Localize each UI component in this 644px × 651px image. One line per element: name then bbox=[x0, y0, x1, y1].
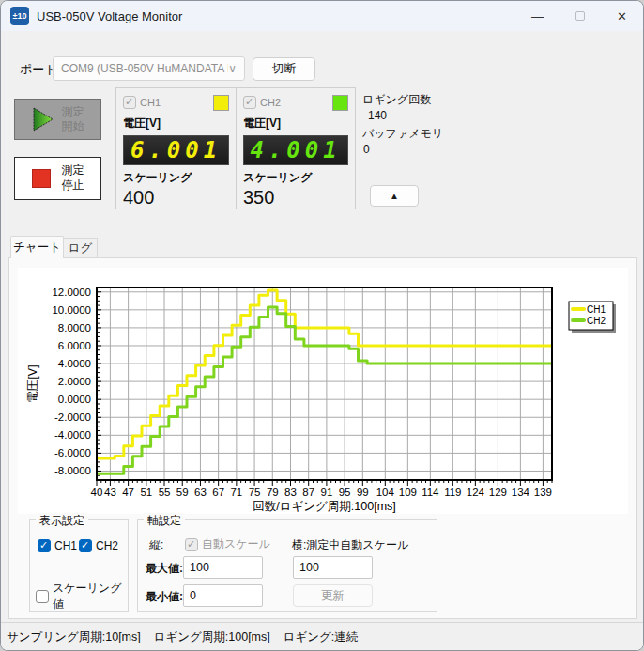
maximize-button[interactable] bbox=[559, 1, 601, 31]
tab-log[interactable]: ログ bbox=[64, 238, 98, 258]
ch2-scaling-value: 350 bbox=[243, 187, 348, 209]
logging-count-label: ロギング回数 bbox=[362, 92, 431, 108]
ch1-voltage-display: 6.001 bbox=[123, 135, 229, 165]
checkbox bbox=[36, 590, 49, 603]
svg-text:75: 75 bbox=[249, 487, 261, 498]
svg-text:43: 43 bbox=[104, 487, 116, 498]
svg-text:91: 91 bbox=[321, 487, 333, 498]
measure-start-button[interactable]: 測定開始 bbox=[14, 99, 101, 140]
svg-text:67: 67 bbox=[212, 487, 224, 498]
ch1-visible-checkbox[interactable]: ✓ CH1 bbox=[38, 539, 77, 552]
svg-text:-2.0000: -2.0000 bbox=[54, 411, 91, 423]
maximize-icon bbox=[575, 11, 585, 21]
ch2-name: CH2 bbox=[260, 97, 332, 108]
window-controls: — ✕ bbox=[516, 1, 643, 31]
disconnect-button-label: 切断 bbox=[272, 61, 296, 77]
measure-stop-button[interactable]: 測定停止 bbox=[14, 157, 101, 200]
port-select[interactable]: COM9 (USB-050V HuMANDATA LTD.) ∨ bbox=[53, 56, 245, 81]
svg-text:63: 63 bbox=[194, 487, 207, 498]
checkbox: ✓ bbox=[185, 538, 198, 551]
checkbox: ✓ bbox=[38, 539, 51, 552]
ch1-panel: ✓ CH1 電圧[V] 6.001 スケーリング 400 bbox=[116, 88, 236, 209]
minimize-icon: — bbox=[531, 9, 544, 23]
tab-chart-label: チャート bbox=[13, 240, 61, 256]
svg-text:12.0000: 12.0000 bbox=[52, 287, 91, 298]
check-icon: ✓ bbox=[125, 96, 133, 108]
svg-text:CH2: CH2 bbox=[587, 316, 606, 326]
ch2-enabled-checkbox[interactable]: ✓ bbox=[243, 96, 256, 109]
ch2-scaling-label: スケーリング bbox=[243, 170, 348, 186]
window-title: USB-050V Voltage Monitor bbox=[37, 9, 182, 23]
ch2-visible-label: CH2 bbox=[96, 539, 118, 552]
min-value-input[interactable] bbox=[183, 584, 263, 607]
svg-text:134: 134 bbox=[512, 487, 530, 498]
svg-text:99: 99 bbox=[357, 487, 369, 498]
measure-stop-label: 測定停止 bbox=[62, 163, 84, 193]
x-axis-title: 回数/ロギング周期:100[ms] bbox=[253, 500, 396, 513]
svg-text:59: 59 bbox=[176, 487, 189, 498]
svg-text:71: 71 bbox=[230, 487, 242, 498]
up-arrow-icon: ▲ bbox=[390, 191, 399, 201]
update-button[interactable]: 更新 bbox=[293, 584, 373, 607]
ch1-scaling-value: 400 bbox=[123, 187, 229, 209]
disconnect-button[interactable]: 切断 bbox=[253, 57, 315, 81]
svg-text:2.0000: 2.0000 bbox=[58, 376, 91, 387]
y-axis-title: 電圧[V] bbox=[26, 364, 39, 402]
ch1-visible-label: CH1 bbox=[54, 539, 77, 552]
check-icon: ✓ bbox=[81, 539, 89, 551]
status-bar-text: サンプリング周期:10[ms] _ ロギング周期:100[ms] _ ロギング:… bbox=[7, 629, 358, 645]
chevron-down-icon: ∨ bbox=[228, 62, 237, 75]
ch1-enabled-checkbox[interactable]: ✓ bbox=[123, 96, 136, 109]
ch1-color-swatch bbox=[213, 95, 229, 111]
svg-text:0.0000: 0.0000 bbox=[58, 394, 91, 405]
checkbox: ✓ bbox=[79, 539, 92, 552]
svg-text:10.0000: 10.0000 bbox=[52, 304, 91, 316]
svg-text:6.0000: 6.0000 bbox=[58, 340, 91, 351]
svg-text:109: 109 bbox=[399, 487, 417, 498]
svg-text:79: 79 bbox=[267, 487, 279, 498]
display-settings-group: 表示設定 ✓ CH1 ✓ CH2 スケーリング値 bbox=[29, 519, 129, 612]
minimize-button[interactable]: — bbox=[516, 1, 559, 31]
svg-text:-6.0000: -6.0000 bbox=[54, 447, 91, 458]
app-icon-text: ±10 bbox=[13, 11, 27, 21]
close-button[interactable]: ✕ bbox=[601, 1, 643, 31]
svg-text:8.0000: 8.0000 bbox=[58, 322, 91, 333]
check-icon: ✓ bbox=[39, 539, 48, 551]
vertical-axis-label: 縦: bbox=[149, 537, 163, 553]
svg-text:124: 124 bbox=[467, 487, 485, 498]
svg-text:47: 47 bbox=[122, 487, 134, 498]
horizontal-range-input[interactable] bbox=[293, 556, 373, 579]
svg-text:CH1: CH1 bbox=[587, 304, 606, 315]
port-label: ポート bbox=[20, 61, 57, 78]
buffer-memory-value: 0 bbox=[363, 143, 370, 156]
auto-scale-checkbox[interactable]: ✓ 自動スケール bbox=[185, 536, 270, 552]
auto-scale-label: 自動スケール bbox=[202, 536, 270, 552]
port-select-value: COM9 (USB-050V HuMANDATA LTD.) bbox=[61, 62, 228, 75]
buffer-memory-label: バッファメモリ bbox=[362, 126, 443, 142]
scaling-value-checkbox[interactable]: スケーリング値 bbox=[36, 581, 128, 612]
svg-text:4.0000: 4.0000 bbox=[58, 358, 91, 369]
status-bar: サンプリング周期:10[ms] _ ロギング周期:100[ms] _ ロギング:… bbox=[1, 622, 643, 651]
svg-text:139: 139 bbox=[534, 487, 552, 498]
check-icon: ✓ bbox=[245, 96, 253, 108]
app-window: ±10 USB-050V Voltage Monitor — ✕ ポート COM… bbox=[0, 0, 644, 651]
svg-text:-4.0000: -4.0000 bbox=[54, 429, 91, 441]
ch2-visible-checkbox[interactable]: ✓ CH2 bbox=[79, 539, 118, 552]
horizontal-axis-label: 横:測定中自動スケール bbox=[292, 537, 408, 553]
close-icon: ✕ bbox=[617, 9, 627, 23]
stop-icon bbox=[32, 169, 51, 188]
svg-text:55: 55 bbox=[159, 487, 171, 498]
max-value-label: 最大値: bbox=[146, 561, 183, 577]
axis-settings-group: 軸設定 縦: ✓ 自動スケール 横:測定中自動スケール 最大値: 最小値: 更新 bbox=[137, 519, 437, 612]
svg-text:129: 129 bbox=[489, 487, 507, 498]
collapse-button[interactable]: ▲ bbox=[370, 185, 419, 207]
min-value-label: 最小値: bbox=[146, 589, 183, 605]
measure-start-label: 測定開始 bbox=[62, 105, 84, 133]
ch1-voltage-label: 電圧[V] bbox=[123, 116, 229, 132]
svg-text:51: 51 bbox=[140, 487, 152, 498]
tab-log-label: ログ bbox=[69, 240, 93, 256]
max-value-input[interactable] bbox=[183, 556, 263, 579]
svg-text:83: 83 bbox=[284, 487, 297, 498]
update-button-label: 更新 bbox=[321, 588, 345, 604]
tab-chart[interactable]: チャート bbox=[10, 236, 64, 258]
